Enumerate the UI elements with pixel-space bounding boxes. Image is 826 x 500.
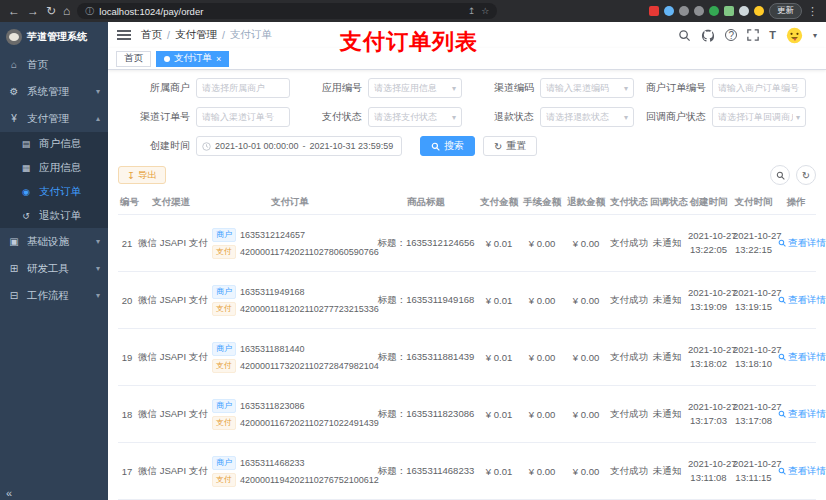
pay-order-cell: 商户 1635311949168 支付 42000011812021102777… — [206, 272, 374, 329]
pay-time-cell: 2021-10-27 13:19:15 — [731, 272, 776, 329]
view-detail-link[interactable]: 查看详情 — [778, 465, 826, 478]
site-info-icon[interactable]: ⓘ — [85, 5, 94, 18]
sidebar-item-devtools[interactable]: ⊞ 研发工具 ▾ — [0, 255, 108, 282]
merchant-tag: 商户 — [212, 342, 236, 356]
url-bar[interactable]: ⓘ localhost:1024/pay/order ↥ ☆ — [77, 3, 497, 19]
browser-menu-icon[interactable]: ⋮ — [807, 5, 818, 18]
search-button[interactable]: 搜索 — [420, 136, 475, 156]
channel-code-select[interactable]: 请输入渠道编码 ▾ — [540, 78, 634, 98]
create-date: 2021-10-27 — [688, 343, 729, 357]
sidebar-item-infrastructure[interactable]: ▣ 基础设施 ▾ — [0, 228, 108, 255]
home-icon: ⌂ — [8, 59, 20, 70]
table-row: 21 微信 JSAPI 支付 商户 1635312124657 支付 42000… — [118, 215, 816, 272]
sidebar-item-home[interactable]: ⌂ 首页 — [0, 51, 108, 78]
fullscreen-icon[interactable] — [747, 29, 759, 41]
pay-order-cell: 商户 1635311823086 支付 42000011672021102710… — [206, 386, 374, 443]
sidebar-item-label: 支付管理 — [27, 112, 69, 126]
create-time: 13:18:02 — [688, 357, 729, 371]
column-header: 支付时间 — [731, 191, 776, 215]
tab-home[interactable]: 首页 — [116, 51, 151, 67]
app-no-select[interactable]: 请选择应用信息 ▾ — [368, 78, 462, 98]
refresh-table-button[interactable]: ↻ — [796, 165, 816, 185]
create-time-range-picker[interactable]: 2021-10-01 00:00:00 - 2021-10-31 23:59:5… — [196, 136, 402, 156]
search-icon[interactable] — [678, 29, 691, 42]
tab-pay-order[interactable]: 支付订单 × — [156, 51, 229, 67]
create-time-cell: 2021-10-27 13:17:03 — [686, 386, 731, 443]
browser-update-button[interactable]: 更新 — [769, 3, 802, 19]
table-row: 18 微信 JSAPI 支付 商户 1635311823086 支付 42000… — [118, 386, 816, 443]
view-detail-label: 查看详情 — [788, 351, 826, 364]
sidebar-item-system[interactable]: ⚙ 系统管理 ▾ — [0, 78, 108, 105]
sidebar: 芋道管理系统 ⌂ 首页 ⚙ 系统管理 ▾ ¥ 支付管理 ▴ — [0, 22, 108, 500]
merchant-order-no-input[interactable] — [718, 83, 800, 93]
sidebar-item-pay-order[interactable]: ◉ 支付订单 — [0, 180, 108, 204]
sidebar-item-label: 研发工具 — [27, 262, 69, 276]
pay-channel: 微信 JSAPI 支付 — [136, 329, 206, 386]
sidebar-item-label: 工作流程 — [27, 289, 69, 303]
view-detail-link[interactable]: 查看详情 — [778, 294, 826, 307]
chevron-down-icon[interactable]: ▾ — [813, 31, 817, 40]
pay-date: 2021-10-27 — [733, 286, 774, 300]
font-size-icon[interactable]: T — [769, 29, 776, 41]
date-end: 2021-10-31 23:59:59 — [310, 141, 394, 151]
create-date: 2021-10-27 — [688, 400, 729, 414]
breadcrumb-pay-manage[interactable]: 支付管理 — [175, 28, 217, 42]
bookmark-star-icon[interactable]: ☆ — [481, 6, 489, 16]
sidebar-item-merchant-info[interactable]: ▤ 商户信息 — [0, 132, 108, 156]
view-detail-link[interactable]: 查看详情 — [778, 237, 826, 250]
sidebar-item-refund-order[interactable]: ↺ 退款订单 — [0, 204, 108, 228]
export-button[interactable]: ↧ 导出 — [118, 166, 166, 184]
extension-icon-blue[interactable] — [664, 6, 674, 16]
sidebar-item-app-info[interactable]: ▦ 应用信息 — [0, 156, 108, 180]
fee-amount: ¥ 0.00 — [520, 443, 564, 500]
merchant-order-no: 1635312124657 — [240, 230, 305, 240]
owner-merchant-input[interactable] — [202, 83, 284, 93]
pay-status-select[interactable]: 请选择支付状态 ▾ — [368, 107, 462, 127]
reload-icon[interactable]: ↻ — [46, 0, 56, 22]
field-channel-order-no: 渠道订单号 — [118, 107, 290, 127]
active-dot-icon — [164, 56, 170, 62]
toggle-search-button[interactable] — [770, 165, 790, 185]
pay-channel: 微信 JSAPI 支付 — [136, 272, 206, 329]
reset-button[interactable]: ↻ 重置 — [483, 136, 537, 156]
pay-amount: ¥ 0.01 — [478, 272, 520, 329]
forward-icon[interactable]: → — [27, 0, 39, 22]
extensions-puzzle-icon[interactable] — [739, 6, 749, 16]
create-date: 2021-10-27 — [688, 286, 729, 300]
sidebar-header[interactable]: 芋道管理系统 — [0, 22, 108, 51]
sidebar-menu: ⌂ 首页 ⚙ 系统管理 ▾ ¥ 支付管理 ▴ ▤ 商户信息 — [0, 51, 108, 309]
pay-tag: 支付 — [212, 302, 236, 316]
refund-amount: ¥ 0.00 — [564, 443, 608, 500]
extension-icon-green-square[interactable] — [724, 6, 734, 16]
user-avatar[interactable] — [786, 27, 803, 44]
question-icon[interactable]: ? — [725, 29, 737, 41]
profile-avatar-icon[interactable] — [754, 6, 764, 16]
merchant-tag: 商户 — [212, 285, 236, 299]
share-icon[interactable]: ↥ — [468, 6, 476, 16]
url-text[interactable]: localhost:1024/pay/order — [99, 6, 462, 17]
sidebar-item-workflow[interactable]: ⊟ 工作流程 ▾ — [0, 282, 108, 309]
back-icon[interactable]: ← — [8, 0, 20, 22]
column-header: 操作 — [776, 191, 816, 215]
home-browser-icon[interactable]: ⌂ — [63, 0, 70, 22]
channel-order-no-input[interactable] — [202, 112, 284, 122]
sidebar-collapse-icon[interactable]: « — [0, 486, 18, 500]
notify-status-select[interactable]: 请选择订单回调商户状态 ▾ — [712, 107, 806, 127]
refund-status-select[interactable]: 请选择退款状态 ▾ — [540, 107, 634, 127]
extension-icon-red[interactable] — [649, 6, 659, 16]
extension-icon-gray-2[interactable] — [694, 6, 704, 16]
product-title: 标题：1635312124656 — [374, 215, 478, 272]
channel-pay-no: 4200001173202110272847982104 — [240, 361, 379, 371]
refund-amount: ¥ 0.00 — [564, 215, 608, 272]
github-icon[interactable] — [701, 29, 715, 42]
view-detail-link[interactable]: 查看详情 — [778, 351, 826, 364]
close-icon[interactable]: × — [216, 54, 221, 64]
create-time: 13:19:09 — [688, 300, 729, 314]
pay-amount: ¥ 0.01 — [478, 443, 520, 500]
view-detail-link[interactable]: 查看详情 — [778, 408, 826, 421]
sidebar-item-payment[interactable]: ¥ 支付管理 ▴ — [0, 105, 108, 132]
breadcrumb-home[interactable]: 首页 — [141, 28, 162, 42]
extension-icon-gray-1[interactable] — [679, 6, 689, 16]
extension-icon-green-circle[interactable] — [709, 6, 719, 16]
hamburger-icon[interactable] — [117, 30, 131, 40]
